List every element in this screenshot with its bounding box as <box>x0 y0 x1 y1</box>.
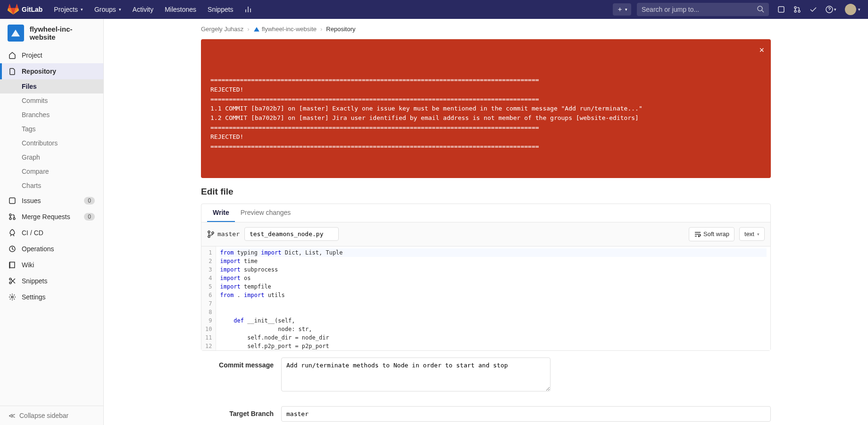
project-icon <box>253 26 260 33</box>
sidebar-sub-tags[interactable]: Tags <box>22 122 103 136</box>
sidebar-item-wiki[interactable]: Wiki <box>0 257 103 273</box>
commit-message-label: Commit message <box>201 357 281 369</box>
nav-activity[interactable]: Activity <box>127 6 159 13</box>
sidebar-item-repository[interactable]: Repository <box>0 63 103 79</box>
issues-icon <box>8 197 16 204</box>
merge-request-icon[interactable] <box>793 6 801 13</box>
main-content: Gergely Juhasz › flywheel-inc-website › … <box>104 19 868 425</box>
commit-message-row: Commit message <box>201 351 771 400</box>
sidebar-repo-submenu: Files Commits Branches Tags Contributors… <box>0 79 103 193</box>
search-input[interactable] <box>642 6 757 13</box>
branch-icon <box>207 230 215 238</box>
filename-input[interactable] <box>244 227 339 241</box>
svg-point-13 <box>11 296 13 298</box>
close-icon[interactable]: × <box>759 44 764 57</box>
commit-message-input[interactable] <box>281 357 551 391</box>
chevron-down-icon: ▾ <box>858 7 860 12</box>
svg-point-2 <box>794 7 796 8</box>
help-icon[interactable]: ▾ <box>826 6 836 13</box>
new-button[interactable]: ＋▾ <box>613 3 631 16</box>
target-branch-label: Target Branch <box>201 406 281 417</box>
breadcrumb-repository[interactable]: Repository <box>326 26 355 33</box>
code-body[interactable]: from typing import Dict, List, Tupleimpo… <box>216 246 770 350</box>
alert-body: ========================================… <box>210 75 761 151</box>
todos-icon[interactable] <box>810 6 817 13</box>
svg-rect-6 <box>9 198 15 204</box>
nav-snippets[interactable]: Snippets <box>202 6 239 13</box>
issues-icon[interactable] <box>777 6 785 13</box>
operations-icon <box>8 245 16 253</box>
svg-point-9 <box>13 218 15 220</box>
sidebar-project-header[interactable]: flywheel-inc-website <box>0 19 103 47</box>
mr-count-badge: 0 <box>84 213 95 221</box>
svg-point-4 <box>798 10 800 12</box>
language-select[interactable]: text▾ <box>739 227 765 241</box>
tab-write[interactable]: Write <box>207 204 235 222</box>
sidebar-sub-commits[interactable]: Commits <box>22 94 103 108</box>
nav-projects[interactable]: Projects▾ <box>48 6 89 13</box>
svg-point-15 <box>208 236 210 238</box>
softwrap-toggle[interactable]: Soft wrap <box>689 227 734 241</box>
sidebar-sub-contributors[interactable]: Contributors <box>22 136 103 150</box>
gear-icon <box>8 293 16 301</box>
sidebar-item-merge-requests[interactable]: Merge Requests0 <box>0 209 103 225</box>
issues-count-badge: 0 <box>84 197 95 204</box>
target-branch-row: Target Branch <box>201 400 771 425</box>
chevron-down-icon: ▾ <box>757 232 760 237</box>
gitlab-logo[interactable]: GitLab <box>8 4 42 15</box>
home-icon <box>8 51 16 59</box>
sidebar-item-snippets[interactable]: Snippets <box>0 273 103 289</box>
top-nav: GitLab Projects▾ Groups▾ Activity Milest… <box>0 0 868 19</box>
rejection-alert: × ======================================… <box>201 39 771 178</box>
chevron-right-icon: › <box>247 26 249 33</box>
sidebar-sub-compare[interactable]: Compare <box>22 164 103 178</box>
sidebar-item-operations[interactable]: Operations <box>0 241 103 257</box>
project-avatar <box>8 25 24 42</box>
page-title: Edit file <box>201 187 771 197</box>
sidebar-item-project[interactable]: Project <box>0 47 103 63</box>
breadcrumb: Gergely Juhasz › flywheel-inc-website › … <box>201 19 771 39</box>
wrap-icon <box>694 230 701 238</box>
book-icon <box>8 261 16 269</box>
chevron-left-icon: ≪ <box>8 412 16 419</box>
sidebar-item-cicd[interactable]: CI / CD <box>0 225 103 241</box>
nav-analytics-icon[interactable] <box>239 6 258 13</box>
sidebar-sub-graph[interactable]: Graph <box>22 150 103 164</box>
svg-point-11 <box>9 278 11 280</box>
collapse-sidebar[interactable]: ≪Collapse sidebar <box>0 406 103 425</box>
rocket-icon <box>8 229 16 237</box>
sidebar-sub-charts[interactable]: Charts <box>22 178 103 193</box>
sidebar: flywheel-inc-website Project Repository … <box>0 19 104 425</box>
svg-point-8 <box>9 218 11 220</box>
sidebar-sub-files[interactable]: Files <box>0 79 103 94</box>
code-editor[interactable]: 12345678910111213141516 from typing impo… <box>201 246 770 350</box>
target-branch-input[interactable] <box>281 406 771 422</box>
chevron-down-icon: ▾ <box>625 7 627 12</box>
merge-request-icon <box>8 213 16 221</box>
user-avatar[interactable] <box>845 4 856 15</box>
scissors-icon <box>8 277 16 285</box>
sidebar-sub-branches[interactable]: Branches <box>22 108 103 122</box>
breadcrumb-project[interactable]: flywheel-inc-website <box>253 26 317 33</box>
svg-point-0 <box>758 6 762 11</box>
svg-point-14 <box>208 231 210 233</box>
svg-rect-1 <box>778 7 784 12</box>
plus-icon: ＋ <box>617 5 623 14</box>
editor-toolbar: master Soft wrap text▾ <box>201 222 770 246</box>
nav-groups[interactable]: Groups▾ <box>89 6 127 13</box>
chevron-down-icon: ▾ <box>119 7 121 12</box>
nav-milestones[interactable]: Milestones <box>159 6 202 13</box>
chevron-right-icon: › <box>320 26 322 33</box>
file-editor: Write Preview changes master Soft wrap t… <box>201 204 771 351</box>
svg-point-16 <box>212 232 214 234</box>
global-search[interactable] <box>637 3 769 16</box>
breadcrumb-user[interactable]: Gergely Juhasz <box>201 26 243 33</box>
sidebar-item-settings[interactable]: Settings <box>0 289 103 305</box>
sidebar-item-issues[interactable]: Issues0 <box>0 193 103 209</box>
doc-icon <box>8 68 16 75</box>
line-gutter: 12345678910111213141516 <box>201 246 216 350</box>
tab-preview[interactable]: Preview changes <box>235 204 297 222</box>
svg-point-3 <box>794 10 796 12</box>
branch-indicator: master <box>207 230 240 238</box>
project-name: flywheel-inc-website <box>30 25 96 41</box>
